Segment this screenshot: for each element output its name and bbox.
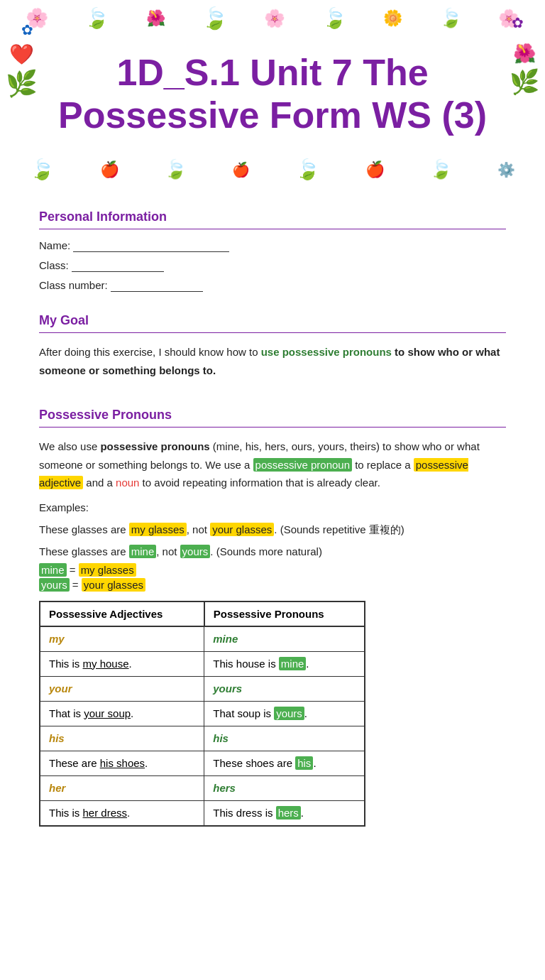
my-goal-section: My Goal After doing this exercise, I sho… (39, 313, 506, 379)
ex2-text: These glasses are (39, 545, 129, 557)
ex2-end: . (Sounds more natural) (210, 545, 322, 557)
deco-leaf-bot-1: 🍃 (30, 158, 55, 181)
table-col1-header: Possessive Adjectives (40, 601, 204, 626)
eq1-hl: mine (39, 563, 67, 577)
intro-text-5: to avoid repeating information that is a… (139, 477, 380, 489)
personal-info-heading: Personal Information (39, 209, 506, 224)
class-row: Class: (39, 259, 506, 272)
intro-text-1: We also use (39, 440, 100, 452)
equation-2: yours = your glasses (39, 579, 506, 591)
my-goal-divider (39, 332, 506, 333)
intro-green-pp: possessive pronoun (253, 458, 352, 472)
examples-label: Examples: (39, 498, 506, 517)
eq2-hl: yours (39, 578, 70, 592)
intro-bold: possessive pronouns (100, 440, 209, 452)
deco-flower-4: 🌼 (383, 9, 402, 28)
table-adj-pronoun: her (40, 775, 204, 800)
personal-info-divider (39, 229, 506, 229)
class-field[interactable] (72, 259, 164, 272)
table-adj-pronoun: your (40, 676, 204, 701)
table-adj-pronoun: his (40, 726, 204, 751)
intro-text-3: to replace a (352, 459, 414, 471)
class-number-row: Class number: (39, 279, 506, 292)
table-adj-pronoun: my (40, 626, 204, 652)
deco-leaf-3: 🍃 (322, 6, 347, 30)
name-field[interactable] (73, 239, 229, 252)
deco-leaf-2: 🍃 (202, 6, 228, 31)
deco-flower-5: 🌸 (498, 9, 519, 28)
my-goal-heading: My Goal (39, 313, 506, 328)
deco-flower-3: 🌸 (264, 9, 285, 28)
table-adj-example: This is my house. (40, 651, 204, 676)
class-label: Class: (39, 259, 69, 271)
ex2-hl1: mine (129, 545, 157, 558)
eq2-hl2: your glasses (82, 578, 145, 592)
intro-red-noun: noun (116, 477, 139, 489)
possessive-table: Possessive Adjectives Possessive Pronoun… (39, 601, 365, 827)
table-poss-example: These shoes are his. (204, 751, 365, 775)
equation-1: mine = my glasses (39, 564, 506, 576)
deco-purple-flower: ✿ (512, 15, 524, 31)
table-poss-pronoun: yours (204, 676, 365, 701)
personal-info-section: Personal Information Name: Class: Class … (39, 209, 506, 292)
eq1-hl2: my glasses (79, 563, 136, 577)
deco-blue-flower: ✿ (21, 22, 33, 38)
goal-bold-green: use possessive pronouns (261, 346, 392, 358)
table-poss-pronoun: mine (204, 626, 365, 652)
deco-fruit-bot-2: 🍎 (232, 161, 250, 178)
deco-leaf-1: 🍃 (84, 6, 109, 30)
name-row: Name: (39, 239, 506, 252)
pronouns-intro: We also use possessive pronouns (mine, h… (39, 437, 506, 492)
table-col2-header: Possessive Pronouns (204, 601, 365, 626)
goal-text: After doing this exercise, I should know… (39, 343, 506, 379)
table-adj-example: These are his shoes. (40, 751, 204, 775)
deco-fruit-bot-1: 🍎 (100, 160, 119, 179)
ex2-hl2: yours (180, 545, 211, 558)
eq1-text: = (67, 564, 79, 576)
possessive-pronouns-heading: Possessive Pronouns (39, 408, 506, 423)
ex1-text: These glasses are (39, 523, 129, 535)
deco-fruit-bot-3: 🍎 (365, 160, 385, 179)
table-adj-example: This is her dress. (40, 800, 204, 826)
deco-leaf-bot-3: 🍃 (295, 158, 320, 181)
possessive-pronouns-section: Possessive Pronouns We also use possessi… (39, 408, 506, 827)
deco-flower-1: 🌸 (26, 7, 48, 29)
main-content: Personal Information Name: Class: Class … (0, 188, 545, 848)
deco-flower-2: 🌺 (146, 9, 165, 28)
name-label: Name: (39, 239, 70, 251)
ex2-mid: , not (156, 545, 180, 557)
eq2-text: = (70, 579, 82, 591)
deco-leaf-4: 🍃 (439, 7, 462, 29)
deco-leaf-bot-2: 🍃 (164, 158, 187, 180)
ex1-end: . (Sounds repetitive 重複的) (274, 523, 404, 535)
table-poss-pronoun: hers (204, 775, 365, 800)
example-2: These glasses are mine, not yours. (Soun… (39, 542, 506, 561)
intro-text-4: and a (83, 477, 116, 489)
header-banner: 🌸 🍃 🌺 🍃 🌸 🍃 🌼 🍃 🌸 ❤️ 🌿 🌺 🌿 🍃 🍎 🍃 🍎 🍃 (0, 0, 545, 188)
page-title: 1D_S.1 Unit 7 The Possessive Form WS (3) (0, 52, 545, 137)
goal-period: . (213, 364, 216, 376)
deco-leaf-bot-4: 🍃 (429, 158, 452, 180)
ex1-mid: , not (187, 523, 210, 535)
table-adj-example: That is your soup. (40, 701, 204, 726)
deco-flower-bot: ⚙️ (497, 161, 515, 178)
table-poss-pronoun: his (204, 726, 365, 751)
class-number-field[interactable] (111, 279, 203, 292)
possessive-pronouns-divider (39, 427, 506, 428)
table-poss-example: That soup is yours. (204, 701, 365, 726)
table-poss-example: This house is mine. (204, 651, 365, 676)
example-1: These glasses are my glasses, not your g… (39, 520, 506, 539)
ex1-hl2: your glasses (210, 523, 274, 536)
class-number-label: Class number: (39, 279, 108, 291)
goal-text-before: After doing this exercise, I should know… (39, 346, 261, 358)
table-poss-example: This dress is hers. (204, 800, 365, 826)
ex1-hl1: my glasses (129, 523, 187, 536)
